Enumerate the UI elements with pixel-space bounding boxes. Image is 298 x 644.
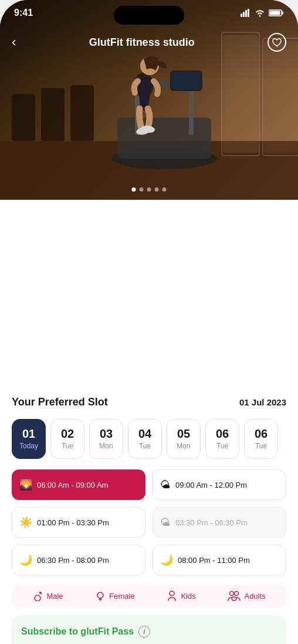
- dot-5[interactable]: [162, 187, 167, 192]
- time-slots-grid: 🌄 06:00 Am - 09:00 Am 🌤 09:00 Am - 12:00…: [12, 469, 286, 575]
- female-label: Female: [109, 592, 134, 601]
- slot-header: Your Preferred Slot 01 Jul 2023: [12, 396, 286, 408]
- dot-1[interactable]: [132, 187, 136, 192]
- signal-icon: [241, 9, 251, 17]
- time-label-2: 09:00 Am - 12:00 Pm: [175, 481, 247, 489]
- svg-rect-12: [117, 118, 211, 159]
- gender-adults[interactable]: Adults: [228, 591, 265, 601]
- adults-icon: [228, 591, 241, 601]
- time-icon-6: 🌙: [160, 554, 173, 566]
- nav-header: ‹ GlutFit fitness studio: [0, 26, 298, 59]
- slot-title: Your Preferred Slot: [12, 396, 108, 408]
- kids-label: Kids: [181, 592, 195, 601]
- date-picker: 01 Today 02 Tue 03 Mon 04 Tue 05 Mon 06 …: [12, 419, 286, 459]
- dynamic-island: [114, 6, 184, 25]
- time-slot-2[interactable]: 🌤 09:00 Am - 12:00 Pm: [153, 469, 286, 500]
- date-day-1: Today: [19, 442, 38, 450]
- date-num-3: 03: [100, 428, 113, 440]
- phone-frame: 9:41: [0, 0, 298, 644]
- subscribe-title: Subscribe to glutFit Pass: [21, 626, 134, 637]
- time-slot-3[interactable]: ☀️ 01:00 Pm - 03:30 Pm: [12, 507, 145, 538]
- svg-point-29: [230, 592, 234, 596]
- svg-point-27: [97, 592, 103, 598]
- svg-point-28: [170, 591, 174, 596]
- kids-icon: [167, 591, 177, 601]
- gender-male[interactable]: Male: [32, 591, 63, 601]
- date-day-3: Mon: [99, 442, 113, 450]
- date-item-2[interactable]: 02 Tue: [50, 419, 84, 459]
- wifi-icon: [255, 9, 265, 17]
- time-label-3: 01:00 Pm - 03:30 Pm: [37, 518, 109, 527]
- slot-date: 01 Jul 2023: [239, 397, 286, 407]
- date-num-2: 02: [61, 428, 74, 440]
- svg-rect-10: [70, 85, 94, 141]
- main-content: Your Preferred Slot 01 Jul 2023 01 Today…: [0, 382, 298, 644]
- back-button[interactable]: ‹: [12, 35, 16, 50]
- male-icon: [32, 591, 43, 601]
- status-icons: [241, 9, 284, 17]
- adults-label: Adults: [244, 592, 265, 601]
- gender-kids[interactable]: Kids: [167, 591, 195, 601]
- svg-rect-8: [12, 94, 35, 141]
- date-day-7: Tue: [255, 442, 267, 450]
- svg-rect-1: [243, 12, 245, 17]
- svg-point-30: [235, 592, 239, 596]
- favorite-button[interactable]: [267, 33, 286, 52]
- subscribe-card: Subscribe to glutFit Pass i You can book…: [12, 615, 286, 644]
- female-icon: [95, 591, 106, 601]
- svg-rect-0: [241, 14, 242, 17]
- date-day-5: Mon: [177, 442, 190, 450]
- subscribe-info-icon[interactable]: i: [138, 626, 150, 638]
- nav-title: GlutFit fitness studio: [89, 36, 195, 49]
- svg-rect-9: [41, 88, 65, 141]
- gender-filter: Male Female Kids: [12, 585, 286, 607]
- date-day-6: Tue: [216, 442, 228, 450]
- svg-rect-6: [270, 11, 280, 15]
- time-label-1: 06:00 Am - 09:00 Am: [37, 481, 108, 489]
- date-num-6: 06: [216, 428, 229, 440]
- date-num-5: 05: [177, 428, 190, 440]
- time-slot-1[interactable]: 🌄 06:00 Am - 09:00 Am: [12, 469, 145, 500]
- date-num-7: 06: [255, 428, 267, 440]
- battery-icon: [269, 9, 284, 17]
- dot-2[interactable]: [140, 187, 144, 192]
- time-label-4: 03:30 Pm - 06:30 Pm: [175, 518, 248, 527]
- date-item-5[interactable]: 05 Mon: [167, 419, 201, 459]
- svg-rect-17: [172, 72, 201, 89]
- time-label-5: 06:30 Pm - 08:00 Pm: [37, 556, 109, 565]
- date-item-1[interactable]: 01 Today: [12, 419, 46, 459]
- gender-female[interactable]: Female: [95, 591, 134, 601]
- date-item-3[interactable]: 03 Mon: [89, 419, 123, 459]
- time-slot-6[interactable]: 🌙 08:00 Pm - 11:00 Pm: [153, 545, 286, 575]
- date-num-4: 04: [138, 428, 151, 440]
- hero-dots: [132, 187, 167, 192]
- dot-3[interactable]: [147, 187, 151, 192]
- time-slot-4: 🌤 03:30 Pm - 06:30 Pm: [153, 507, 286, 538]
- time-icon-4: 🌤: [160, 516, 171, 529]
- date-item-4[interactable]: 04 Tue: [128, 419, 162, 459]
- time-icon-5: 🌙: [19, 554, 32, 566]
- svg-point-26: [35, 595, 40, 601]
- dot-4[interactable]: [155, 187, 159, 192]
- hero-image: ‹ GlutFit fitness studio: [0, 0, 298, 200]
- svg-rect-2: [245, 10, 247, 17]
- time-icon-1: 🌄: [19, 478, 32, 491]
- date-day-2: Tue: [62, 442, 73, 450]
- svg-rect-3: [248, 9, 249, 17]
- time-icon-2: 🌤: [160, 479, 171, 491]
- male-label: Male: [46, 592, 63, 601]
- time-label-6: 08:00 Pm - 11:00 Pm: [178, 556, 250, 565]
- date-day-4: Tue: [139, 442, 151, 450]
- subscribe-header: Subscribe to glutFit Pass i: [21, 626, 277, 638]
- time-icon-3: ☀️: [19, 516, 32, 529]
- heart-icon: [272, 38, 282, 47]
- date-item-6[interactable]: 06 Tue: [205, 419, 239, 459]
- date-num-1: 01: [22, 428, 35, 440]
- time-slot-5[interactable]: 🌙 06:30 Pm - 08:00 Pm: [12, 545, 145, 575]
- date-item-7[interactable]: 06 Tue: [244, 419, 278, 459]
- svg-rect-5: [282, 12, 284, 15]
- status-time: 9:41: [14, 8, 33, 18]
